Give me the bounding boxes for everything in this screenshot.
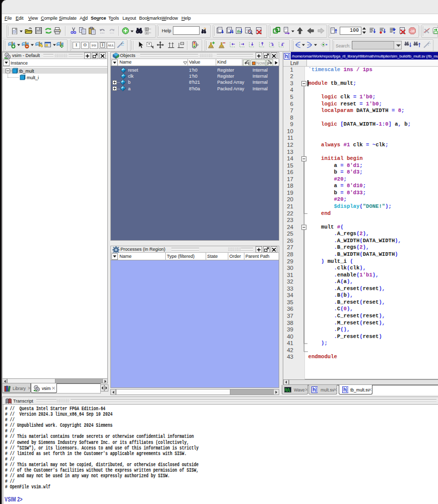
svg-text:h: h bbox=[343, 386, 346, 393]
svg-text:-10: -10 bbox=[410, 29, 415, 33]
svg-text:h: h bbox=[285, 53, 288, 59]
svg-text:h: h bbox=[312, 386, 316, 393]
